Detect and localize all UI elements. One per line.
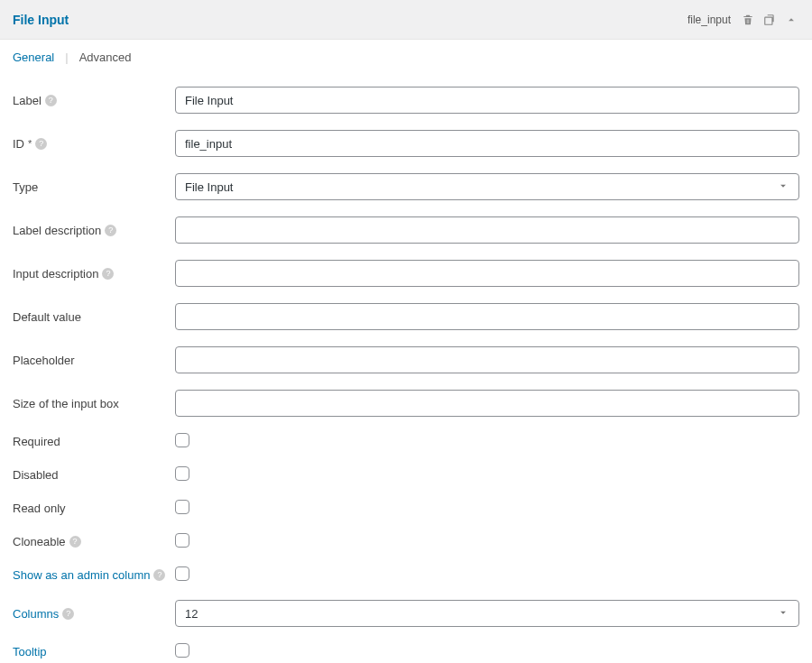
row-tooltip: Tooltip	[13, 635, 799, 663]
chevron-down-icon	[777, 180, 789, 195]
label-columns[interactable]: Columns ?	[13, 607, 175, 621]
help-icon[interactable]: ?	[45, 95, 57, 106]
tab-divider: |	[65, 51, 68, 64]
disabled-checkbox[interactable]	[175, 466, 189, 481]
row-disabled: Disabled	[13, 458, 799, 492]
required-checkbox[interactable]	[175, 433, 189, 447]
tooltip-checkbox[interactable]	[175, 643, 189, 658]
row-cloneable: Cloneable ?	[13, 525, 799, 558]
placeholder-input[interactable]	[175, 346, 799, 373]
read-only-checkbox[interactable]	[175, 500, 189, 514]
help-icon[interactable]: ?	[62, 608, 74, 620]
label-id: ID* ?	[13, 137, 175, 151]
input-desc-input[interactable]	[175, 260, 799, 287]
label-placeholder: Placeholder	[13, 354, 175, 367]
row-admin-col: Show as an admin column ?	[13, 558, 799, 592]
id-input[interactable]	[175, 130, 799, 157]
label-disabled: Disabled	[13, 468, 175, 482]
label-desc-input[interactable]	[175, 216, 799, 244]
label-input-desc: Input description ?	[13, 267, 175, 281]
header-bar: File Input file_input	[0, 0, 812, 40]
help-icon[interactable]: ?	[102, 268, 114, 280]
copy-icon[interactable]	[761, 12, 778, 28]
help-icon[interactable]: ?	[105, 225, 116, 236]
tab-bar: General | Advanced	[0, 40, 812, 75]
size-input[interactable]	[175, 390, 799, 417]
help-icon[interactable]: ?	[69, 536, 81, 548]
form-body: Label ? ID* ? Type File Input Label desc…	[0, 75, 812, 663]
tab-general[interactable]: General	[13, 51, 54, 64]
trash-icon[interactable]	[740, 12, 756, 28]
page-title: File Input	[13, 13, 69, 27]
row-input-desc: Input description ?	[13, 252, 799, 295]
header-actions: file_input	[687, 12, 799, 28]
row-placeholder: Placeholder	[13, 338, 799, 382]
row-id: ID* ?	[13, 122, 799, 165]
label-cloneable: Cloneable ?	[13, 535, 175, 548]
row-required: Required	[13, 425, 799, 458]
row-default-value: Default value	[13, 295, 799, 338]
label-size: Size of the input box	[13, 397, 175, 410]
help-icon[interactable]: ?	[153, 569, 165, 581]
chevron-down-icon	[777, 606, 789, 622]
help-icon[interactable]: ?	[35, 138, 47, 150]
label-tooltip[interactable]: Tooltip	[13, 645, 175, 658]
label-default-value: Default value	[13, 310, 175, 324]
label-input[interactable]	[175, 87, 799, 114]
label-required: Required	[13, 435, 175, 448]
row-label: Label ?	[13, 78, 799, 122]
label-label: Label ?	[13, 94, 175, 107]
default-value-input[interactable]	[175, 303, 799, 330]
columns-select[interactable]: 12	[175, 600, 799, 627]
field-slug: file_input	[687, 14, 731, 26]
row-columns: Columns ? 12	[13, 592, 799, 635]
collapse-icon[interactable]	[783, 12, 799, 28]
label-read-only: Read only	[13, 502, 175, 515]
row-label-desc: Label description ?	[13, 208, 799, 252]
admin-col-checkbox[interactable]	[175, 566, 189, 581]
row-type: Type File Input	[13, 165, 799, 208]
label-type: Type	[13, 180, 175, 194]
label-admin-col[interactable]: Show as an admin column ?	[13, 568, 175, 582]
label-label-desc: Label description ?	[13, 224, 175, 237]
cloneable-checkbox[interactable]	[175, 533, 189, 548]
tab-advanced[interactable]: Advanced	[79, 51, 132, 64]
row-size: Size of the input box	[13, 382, 799, 425]
type-select[interactable]: File Input	[175, 173, 799, 200]
row-read-only: Read only	[13, 492, 799, 525]
